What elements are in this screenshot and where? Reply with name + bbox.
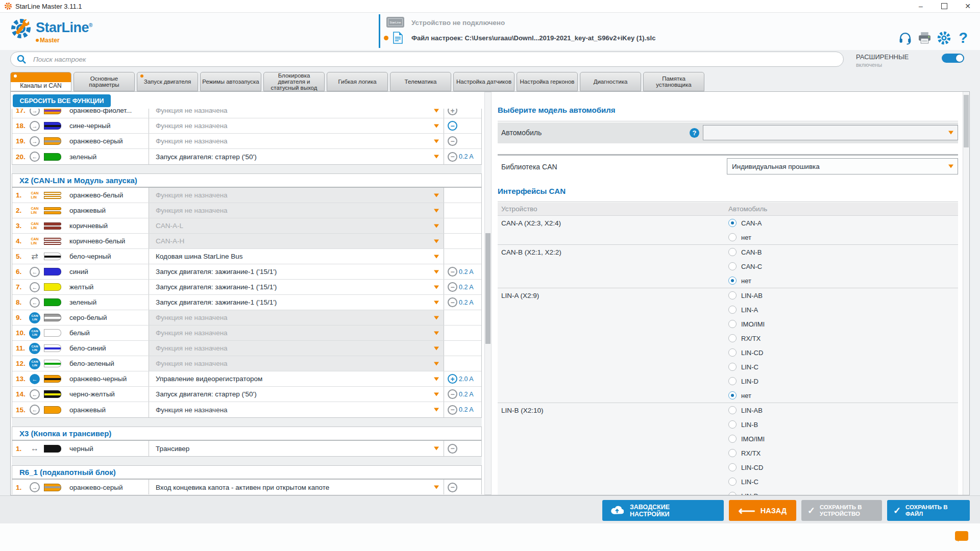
tab-7[interactable]: Телематика — [390, 72, 451, 91]
tab-10[interactable]: Диагностика — [580, 72, 641, 91]
decrease-current-icon[interactable]: − — [448, 483, 457, 492]
function-dropdown[interactable]: Функция не назначена — [149, 310, 444, 325]
radio-option[interactable]: LIN-AB — [728, 403, 958, 417]
radio-option[interactable]: LIN-C — [728, 474, 958, 489]
factory-settings-button[interactable]: ЗАВОДСКИЕНАСТРОЙКИ — [602, 500, 724, 521]
function-dropdown[interactable]: Функция не назначена — [149, 109, 444, 118]
can-lin-text: LIN — [31, 241, 38, 245]
tab-8[interactable]: Настройка датчиков — [453, 72, 514, 91]
device-status-text: Устройство не подключено — [411, 19, 505, 27]
radio-option[interactable]: LIN-C — [728, 360, 958, 374]
radio-option[interactable]: RX/TX — [728, 331, 958, 345]
tab-5[interactable]: Блокировка двигателя и статусный выход — [263, 72, 325, 91]
wire-row: 12.CANLINбело-зеленыйФункция не назначен… — [12, 356, 481, 371]
tab-1[interactable]: Каналы и CAN — [10, 72, 71, 91]
radio-option[interactable]: LIN-D — [728, 374, 958, 388]
settings-gear-icon[interactable] — [936, 30, 951, 45]
left-scrollbar-thumb[interactable] — [485, 233, 491, 344]
function-dropdown[interactable]: Запуск двигателя: стартер ('50') — [149, 149, 444, 164]
wire-number: 7. — [12, 283, 28, 291]
increase-current-icon[interactable]: + — [448, 109, 457, 115]
function-dropdown[interactable]: Запуск двигателя: зажигание-1 ('15/1') — [149, 280, 444, 294]
radio-option[interactable]: IMO/IMI — [728, 432, 958, 446]
chat-bubble-icon[interactable] — [955, 531, 968, 541]
tab-11[interactable]: Памятка установщика — [643, 72, 704, 91]
radio-option[interactable]: RX/TX — [728, 446, 958, 460]
function-dropdown[interactable]: Функция не назначена — [149, 341, 444, 356]
decrease-current-icon[interactable]: − — [448, 282, 457, 292]
radio-option[interactable]: LIN-D — [728, 489, 958, 495]
close-button[interactable]: ✕ — [959, 0, 977, 12]
tab-9[interactable]: Настройка герконов — [517, 72, 578, 91]
radio-option[interactable]: LIN-CD — [728, 460, 958, 474]
function-dropdown[interactable]: Функция не назначена — [149, 402, 444, 417]
current-limit-cell: − — [444, 444, 481, 454]
tab-2[interactable]: Основные параметры — [74, 72, 135, 91]
search-input[interactable] — [10, 52, 844, 67]
function-dropdown[interactable]: Кодовая шина StarLine Bus — [149, 249, 444, 264]
car-help-icon[interactable]: ? — [690, 128, 699, 138]
support-headset-icon[interactable] — [897, 30, 913, 45]
decrease-current-icon[interactable]: − — [448, 297, 457, 307]
function-dropdown[interactable]: Функция не назначена — [149, 134, 444, 148]
function-dropdown[interactable]: Функция не назначена — [149, 118, 444, 133]
function-dropdown[interactable]: Управление видеорегистратором — [149, 371, 444, 386]
can-library-select[interactable]: Индивидуальная прошивка — [727, 158, 958, 174]
back-button[interactable]: ⟵ НАЗАД — [729, 500, 796, 521]
help-icon[interactable]: ? — [955, 30, 971, 45]
function-dropdown[interactable]: Функция не назначена — [149, 188, 444, 203]
advanced-toggle[interactable] — [942, 54, 964, 63]
car-model-select[interactable] — [703, 125, 958, 140]
maximize-button[interactable] — [935, 0, 953, 12]
radio-option[interactable]: CAN-B — [728, 245, 958, 259]
wire-direction-cell: → — [28, 482, 42, 492]
function-dropdown[interactable]: Запуск двигателя: стартер ('50') — [149, 387, 444, 402]
decrease-current-icon[interactable]: − — [448, 389, 457, 399]
function-dropdown[interactable]: Функция не назначена — [149, 356, 444, 371]
decrease-current-icon[interactable]: − — [448, 152, 457, 162]
tab-6[interactable]: Гибкая логика — [327, 72, 388, 91]
radio-option[interactable]: CAN-A — [728, 216, 958, 230]
function-dropdown[interactable]: Вход концевика капота - активен при откр… — [149, 480, 444, 494]
right-panel-scrollbar — [963, 92, 969, 495]
footer-strip — [0, 523, 980, 551]
radio-option[interactable]: LIN-A — [728, 303, 958, 317]
radio-option[interactable]: LIN-AB — [728, 288, 958, 303]
function-dropdown[interactable]: CAN-A-L — [149, 218, 444, 233]
decrease-current-icon[interactable]: − — [448, 136, 457, 146]
radio-option[interactable]: LIN-B — [728, 417, 958, 432]
decrease-current-icon[interactable]: − — [448, 405, 457, 415]
function-dropdown[interactable]: Запуск двигателя: зажигание-1 ('15/1') — [149, 295, 444, 310]
function-dropdown[interactable]: Трансивер — [149, 441, 444, 456]
tab-4[interactable]: Режимы автозапуска — [200, 72, 261, 91]
wire-swatch-cell — [42, 222, 63, 230]
save-to-device-button[interactable]: ✓ СОХРАНИТЬ ВУСТРОЙСТВО — [801, 500, 882, 521]
device-badge-icon: StarLine — [386, 17, 404, 28]
function-dropdown[interactable]: Функция не назначена — [149, 325, 444, 340]
function-dropdown[interactable]: CAN-A-H — [149, 234, 444, 248]
decrease-current-icon[interactable]: − — [448, 267, 457, 277]
radio-option[interactable]: нет — [728, 230, 958, 244]
increase-current-icon[interactable]: + — [448, 374, 457, 384]
function-dropdown[interactable]: Запуск двигателя: зажигание-1 ('15/1') — [149, 264, 444, 279]
radio-option[interactable]: нет — [728, 273, 958, 288]
minimize-button[interactable]: – — [912, 0, 930, 12]
save-to-file-button[interactable]: ✓ СОХРАНИТЬ ВФАЙЛ — [887, 500, 970, 521]
wire-stripe — [44, 125, 61, 127]
right-scrollbar-thumb[interactable] — [964, 95, 969, 147]
decrease-current-icon[interactable]: − — [448, 444, 457, 454]
radio-option[interactable]: нет — [728, 388, 958, 403]
radio-option[interactable]: LIN-CD — [728, 345, 958, 360]
input-direction-icon: ← — [30, 282, 40, 292]
print-icon[interactable] — [917, 30, 932, 45]
reset-all-functions-button[interactable]: СБРОСИТЬ ВСЕ ФУНКЦИИ — [13, 94, 111, 107]
function-value: Кодовая шина StarLine Bus — [156, 253, 242, 260]
wire-color-swatch — [44, 109, 61, 114]
decrease-current-icon[interactable]: − — [448, 121, 457, 131]
radio-option[interactable]: CAN-C — [728, 259, 958, 273]
wire-name: оранжевый — [63, 406, 149, 414]
function-dropdown[interactable]: Функция не назначена — [149, 203, 444, 218]
radio-option[interactable]: IMO/IMI — [728, 317, 958, 331]
radio-label: LIN-C — [741, 478, 758, 486]
tab-3[interactable]: Запуск двигателя — [137, 72, 198, 91]
